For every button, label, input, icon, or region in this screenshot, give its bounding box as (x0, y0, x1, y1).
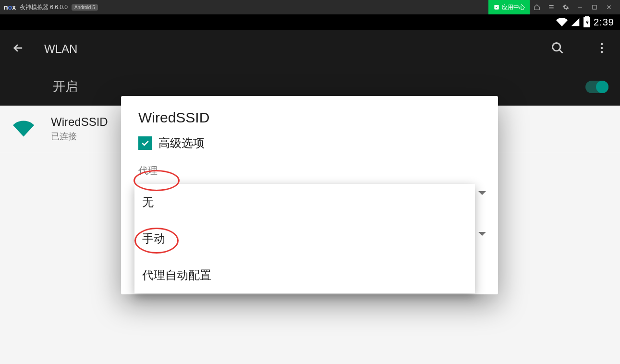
overflow-menu-icon[interactable] (595, 41, 608, 57)
nox-logo: nox (4, 3, 16, 11)
wifi-name: WiredSSID (51, 115, 108, 129)
menu-icon[interactable] (544, 0, 559, 14)
dropdown-caret-icon (478, 191, 486, 195)
minimize-icon[interactable] (573, 0, 587, 14)
svg-line-11 (559, 50, 563, 53)
status-time: 2:39 (594, 17, 614, 28)
back-button[interactable] (12, 41, 25, 57)
maximize-icon[interactable] (587, 0, 602, 14)
search-icon[interactable] (551, 41, 564, 57)
gear-icon[interactable] (559, 0, 573, 14)
app-center-button[interactable]: 应用中心 (488, 0, 530, 14)
svg-point-10 (553, 43, 560, 51)
wlan-toggle-label: 开启 (53, 78, 78, 95)
svg-point-13 (601, 47, 603, 49)
svg-rect-5 (593, 5, 596, 9)
proxy-option-manual[interactable]: 手动 (134, 220, 475, 257)
advanced-checkbox[interactable] (138, 136, 152, 150)
dropdown-caret-icon (478, 232, 486, 236)
proxy-dropdown: 无 手动 代理自动配置 (134, 184, 475, 293)
emulator-title: 夜神模拟器 6.6.0.0 (20, 3, 68, 12)
svg-point-12 (601, 43, 603, 46)
wifi-status: 已连接 (51, 131, 108, 142)
proxy-field-label: 代理 (121, 160, 498, 179)
wifi-icon (556, 16, 568, 28)
svg-point-14 (601, 51, 603, 53)
close-icon[interactable] (602, 0, 616, 14)
signal-icon (571, 17, 580, 27)
home-icon[interactable] (530, 0, 544, 14)
dialog-title: WiredSSID (121, 96, 498, 135)
app-center-label: 应用中心 (502, 3, 525, 12)
advanced-label: 高级选项 (158, 135, 205, 151)
battery-charging-icon (583, 16, 591, 28)
wifi-strength-icon (13, 118, 34, 139)
page-title: WLAN (44, 42, 520, 56)
emulator-titlebar: nox 夜神模拟器 6.6.0.0 Android 5 应用中心 (0, 0, 620, 14)
svg-rect-9 (585, 17, 588, 18)
proxy-option-none[interactable]: 无 (134, 184, 475, 220)
android-badge: Android 5 (72, 4, 98, 11)
proxy-option-auto[interactable]: 代理自动配置 (134, 257, 475, 293)
android-status-bar: 2:39 (0, 14, 620, 30)
wlan-appbar: WLAN (0, 30, 620, 68)
wlan-toggle-switch[interactable] (585, 81, 608, 93)
